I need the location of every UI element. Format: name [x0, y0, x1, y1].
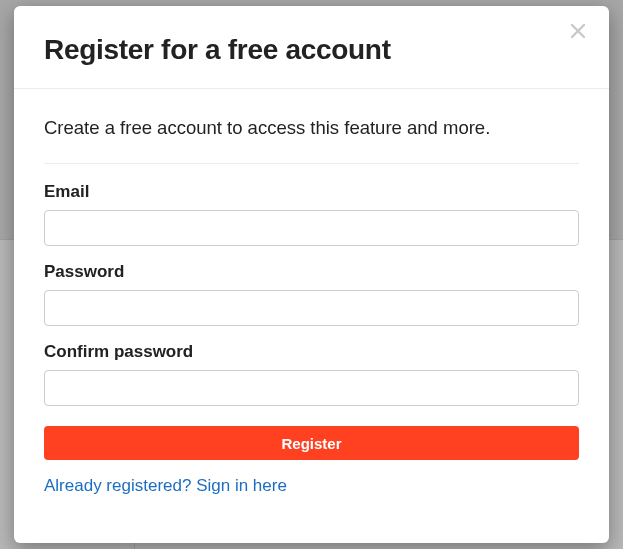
confirm-password-field[interactable] — [44, 370, 579, 406]
email-field[interactable] — [44, 210, 579, 246]
confirm-password-label: Confirm password — [44, 342, 579, 362]
modal-title: Register for a free account — [44, 34, 579, 66]
modal-body: Create a free account to access this fea… — [14, 89, 609, 506]
register-button[interactable]: Register — [44, 426, 579, 460]
password-label: Password — [44, 262, 579, 282]
register-modal: Register for a free account Create a fre… — [14, 6, 609, 543]
modal-header: Register for a free account — [14, 6, 609, 89]
password-group: Password — [44, 262, 579, 326]
confirm-password-group: Confirm password — [44, 342, 579, 406]
close-button[interactable] — [565, 20, 591, 46]
email-label: Email — [44, 182, 579, 202]
divider — [44, 163, 579, 164]
modal-subtitle: Create a free account to access this fea… — [44, 117, 579, 139]
close-icon — [571, 24, 585, 42]
password-field[interactable] — [44, 290, 579, 326]
email-group: Email — [44, 182, 579, 246]
signin-link[interactable]: Already registered? Sign in here — [44, 476, 287, 496]
